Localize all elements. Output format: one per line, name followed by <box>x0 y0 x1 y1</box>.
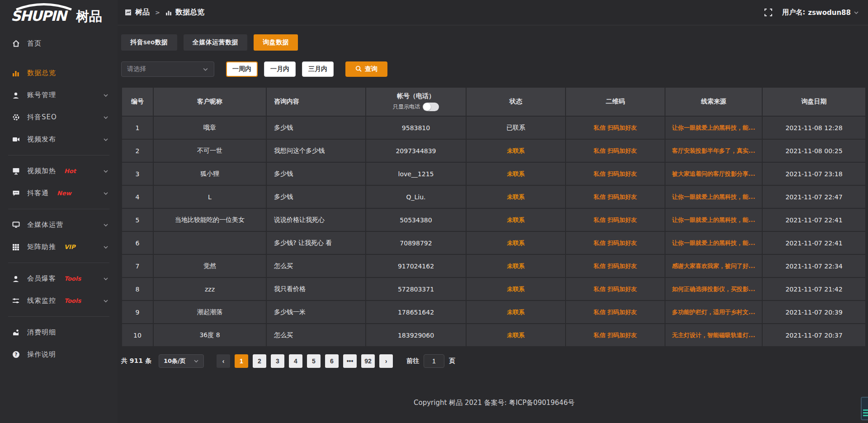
breadcrumb: 树品 > 数据总览 <box>125 8 204 17</box>
qrcode-link[interactable]: 私信 扫码加好友 <box>594 170 637 177</box>
fullscreen-icon[interactable] <box>764 9 772 16</box>
page-button[interactable]: 3 <box>271 354 284 368</box>
tab-omnimedia-data[interactable]: 全媒体运营数据 <box>184 34 248 51</box>
sidebar-item-instructions[interactable]: ? 操作说明 <box>0 343 118 366</box>
dashboard-icon <box>125 9 132 16</box>
sidebar-item-label: 抖音SEO <box>27 113 57 122</box>
breadcrumb-item-home[interactable]: 树品 <box>135 8 150 17</box>
page-button[interactable]: 92 <box>361 354 375 368</box>
tab-inquiry-data[interactable]: 询盘数据 <box>254 34 298 51</box>
goto-label: 前往 <box>406 357 419 365</box>
table-row: 7 觉然 怎么买 917024162 未联系 私信 扫码加好友 感谢大家喜欢我家… <box>122 254 866 277</box>
sidebar-item-account-management[interactable]: 账号管理 <box>0 84 118 106</box>
lead-source-link[interactable]: 如何正确选择投影仪，买投影... <box>672 286 755 292</box>
tab-douyin-seo-data[interactable]: 抖音seo数据 <box>121 34 177 51</box>
goto-page-input[interactable] <box>424 354 444 368</box>
period-week-button[interactable]: 一周内 <box>226 61 258 77</box>
cell-no: 8 <box>122 277 153 301</box>
status-badge: 未联系 <box>507 193 525 200</box>
monitor-icon <box>12 221 20 229</box>
qrcode-link[interactable]: 私信 扫码加好友 <box>594 216 637 223</box>
sidebar-item-member-leads[interactable]: 会员爆客 Tools <box>0 268 118 290</box>
next-page-button[interactable]: › <box>379 354 393 368</box>
page-size-select[interactable]: 10条/页 <box>159 354 204 368</box>
qrcode-link[interactable]: 私信 扫码加好友 <box>594 309 637 315</box>
top-header: 树品 > 数据总览 用户名: zswodun88 <box>118 0 868 25</box>
cell-content: 我想问这个多少钱 <box>266 139 366 162</box>
lead-source-link[interactable]: 无主灯设计，智能磁吸轨道灯... <box>672 332 755 338</box>
cell-nickname: 36度 8 <box>153 324 266 347</box>
lead-source-link[interactable]: 客厅安装投影半年多了，真实... <box>672 147 755 154</box>
cell-nickname: 潮起潮落 <box>153 301 266 324</box>
sidebar-item-data-overview[interactable]: 数据总览 <box>0 62 118 84</box>
qrcode-link[interactable]: 私信 扫码加好友 <box>594 240 637 246</box>
sidebar-item-label: 账号管理 <box>27 91 56 99</box>
sidebar-item-lead-monitoring[interactable]: 线索监控 Tools <box>0 290 118 312</box>
qrcode-link[interactable]: 私信 扫码加好友 <box>594 332 637 338</box>
col-header-date: 询盘日期 <box>762 87 866 116</box>
cell-content: 我只看价格 <box>266 277 366 301</box>
qrcode-link[interactable]: 私信 扫码加好友 <box>594 263 637 269</box>
app-root: SHUPIN 树品 首页 数据总览 账号管理 <box>0 0 868 423</box>
svg-text:树品: 树品 <box>75 9 102 24</box>
lead-source-link[interactable]: 被大家追着问的客厅投影分享... <box>672 170 755 177</box>
cell-content: 多少钱 <box>266 185 366 208</box>
sidebar-item-video-heating[interactable]: 视频加热 Hot <box>0 160 118 182</box>
qrcode-link[interactable]: 私信 扫码加好友 <box>594 193 637 200</box>
cell-content: 多少钱 <box>266 162 366 185</box>
qrcode-link[interactable]: 私信 扫码加好友 <box>594 286 637 292</box>
sidebar-item-label: 会员爆客 <box>27 274 56 283</box>
qrcode-link[interactable]: 私信 扫码加好友 <box>594 124 637 131</box>
cell-no: 10 <box>122 324 153 347</box>
question-circle-icon: ? <box>12 351 20 359</box>
qrcode-link[interactable]: 私信 扫码加好友 <box>594 147 637 154</box>
sidebar-item-omnimedia-operation[interactable]: 全媒体运营 <box>0 214 118 236</box>
col-header-status: 状态 <box>466 87 566 116</box>
sidebar-item-douyin-seo[interactable]: 抖音SEO <box>0 106 118 128</box>
prev-page-button[interactable]: ‹ <box>217 354 230 368</box>
main-content: 抖音seo数据 全媒体运营数据 询盘数据 请选择 一周内 一月内 三月内 <box>118 25 868 382</box>
filter-select[interactable]: 请选择 <box>121 61 214 77</box>
gear-icon <box>12 113 20 122</box>
cell-nickname: 不可一世 <box>153 139 266 162</box>
page-button[interactable]: 1 <box>235 354 248 368</box>
sidebar: SHUPIN 树品 首页 数据总览 账号管理 <box>0 0 118 423</box>
page-button[interactable]: 5 <box>307 354 321 368</box>
content-column: 树品 > 数据总览 用户名: zswodun88 <box>118 0 868 423</box>
floating-widget-thumbnail[interactable] <box>861 397 868 420</box>
col-header-account-label: 帐号（电话） <box>397 92 435 100</box>
table-row: 8 zzz 我只看价格 572803371 未联系 私信 扫码加好友 如何正确选… <box>122 277 866 301</box>
page-button[interactable]: 4 <box>289 354 302 368</box>
sidebar-item-video-publish[interactable]: 视频发布 <box>0 128 118 150</box>
lead-source-link[interactable]: 多功能护栏灯，适用于乡村文... <box>672 309 755 315</box>
page-button[interactable]: ••• <box>343 354 357 368</box>
chevron-down-icon <box>103 276 108 282</box>
cell-date: 2021-11-08 00:25 <box>762 139 866 162</box>
lead-source-link[interactable]: 让你一眼就爱上的黑科技，能... <box>672 124 755 131</box>
phone-only-toggle[interactable] <box>423 103 439 111</box>
lead-source-link[interactable]: 让你一眼就爱上的黑科技，能... <box>672 193 755 200</box>
search-button[interactable]: 查询 <box>345 61 387 77</box>
sidebar-item-matrix-boost[interactable]: 矩阵助推 VIP <box>0 236 118 258</box>
status-badge: 已联系 <box>506 124 525 131</box>
period-quarter-button[interactable]: 三月内 <box>302 61 334 77</box>
pagination-bar: 共 911 条 10条/页 ‹ 123456•••92› 前往 页 <box>121 354 866 368</box>
cell-no: 4 <box>122 185 153 208</box>
cell-account: 917024162 <box>366 254 466 277</box>
lead-source-link[interactable]: 让你一眼就爱上的黑科技，能... <box>672 216 755 223</box>
lead-source-link[interactable]: 让你一眼就爱上的黑科技，能... <box>672 240 755 246</box>
user-menu[interactable]: 用户名: zswodun88 <box>782 8 859 17</box>
cell-nickname: 哦章 <box>153 116 266 139</box>
sidebar-item-consumption-details[interactable]: 消费明细 <box>0 321 118 343</box>
chevron-down-icon <box>103 191 108 196</box>
sidebar-item-douketong[interactable]: 抖客通 New <box>0 182 118 204</box>
lead-source-link[interactable]: 感谢大家喜欢我家，被问了好... <box>672 263 755 269</box>
user-icon <box>12 275 20 283</box>
period-month-button[interactable]: 一月内 <box>264 61 296 77</box>
total-count: 共 911 条 <box>121 357 151 365</box>
page-button[interactable]: 2 <box>253 354 266 368</box>
pagination-pages: ‹ 123456•••92› <box>217 354 393 368</box>
cell-nickname <box>153 231 266 254</box>
page-button[interactable]: 6 <box>325 354 339 368</box>
sidebar-item-home[interactable]: 首页 <box>0 33 118 55</box>
